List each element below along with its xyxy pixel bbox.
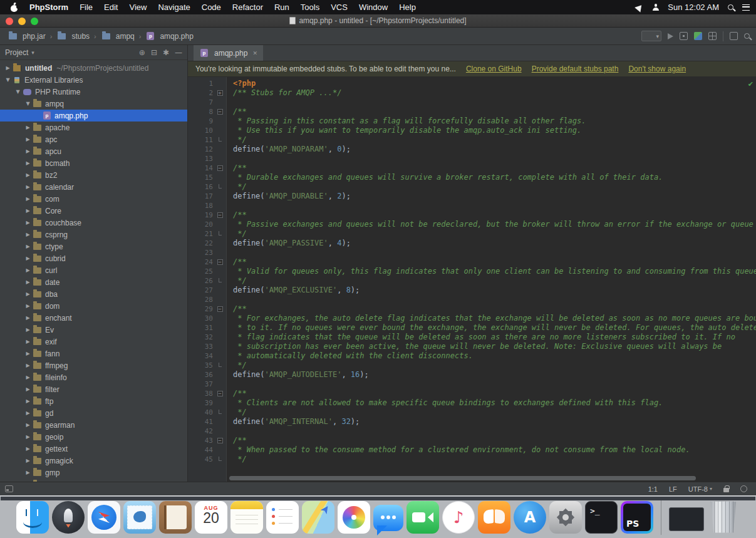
fold-end-icon[interactable] (219, 363, 222, 367)
fold-open-icon[interactable]: − (217, 259, 223, 265)
lock-icon[interactable] (723, 488, 729, 492)
fold-open-icon[interactable]: − (217, 165, 223, 171)
menu-clock[interactable]: Sun 12:02 AM (668, 3, 719, 12)
fold-marker-icon[interactable] (213, 229, 227, 239)
fold-end-icon[interactable] (219, 410, 222, 414)
collapsed-arrow-icon[interactable]: ▶ (24, 125, 32, 130)
collapsed-arrow-icon[interactable]: ▶ (24, 172, 32, 178)
update-project-icon[interactable] (694, 32, 702, 40)
collapsed-arrow-icon[interactable]: ▶ (24, 160, 32, 166)
maps-dock-icon[interactable] (302, 501, 334, 534)
tree-item-calendar[interactable]: ▶calendar (0, 181, 187, 193)
fold-open-icon[interactable]: − (217, 109, 223, 115)
provide-default-stubs-path-link[interactable]: Provide default stubs path (532, 65, 619, 73)
tree-item-gd[interactable]: ▶gd (0, 407, 187, 419)
tree-item-enchant[interactable]: ▶enchant (0, 312, 187, 324)
menu-item-phpstorm[interactable]: PhpStorm (24, 0, 74, 14)
fold-marker-icon[interactable]: − (213, 163, 227, 173)
tree-item-php-runtime[interactable]: ▼PHP Runtime (0, 86, 187, 98)
tree-item-filter[interactable]: ▶filter (0, 383, 187, 395)
fold-marker-icon[interactable] (213, 276, 227, 286)
photos-dock-icon[interactable] (338, 501, 370, 534)
calendar-dock-icon[interactable]: AUG20 (195, 501, 227, 534)
fold-marker-icon[interactable]: − (213, 304, 227, 314)
window-title-bar[interactable]: amqp.php - untitled - [~/PhpstormProject… (0, 14, 756, 28)
collapsed-arrow-icon[interactable]: ▶ (24, 148, 32, 154)
tree-item-external-libraries[interactable]: ▼External Libraries (0, 74, 187, 86)
tree-item-ctype[interactable]: ▶ctype (0, 241, 187, 252)
tree-item-gmp[interactable]: ▶gmp (0, 467, 187, 479)
line-separator[interactable]: LF (669, 485, 677, 493)
fold-open-icon[interactable]: − (217, 306, 223, 312)
expanded-arrow-icon[interactable]: ▼ (4, 77, 12, 83)
tree-item-geoip[interactable]: ▶geoip (0, 431, 187, 443)
collapsed-arrow-icon[interactable]: ▶ (24, 137, 32, 142)
fold-marker-icon[interactable]: − (213, 257, 227, 267)
tree-item-couchbase[interactable]: ▶couchbase (0, 217, 187, 229)
collapsed-arrow-icon[interactable]: ▶ (24, 208, 32, 214)
messages-dock-icon[interactable] (373, 505, 403, 531)
inspections-profile-icon[interactable] (740, 485, 747, 492)
finder-dock-icon[interactable] (16, 501, 49, 534)
collapsed-arrow-icon[interactable]: ▶ (24, 267, 32, 273)
close-tab-icon[interactable]: ✕ (252, 50, 257, 56)
run-button-icon[interactable] (668, 33, 673, 39)
tree-item-apcu[interactable]: ▶apcu (0, 145, 187, 157)
breadcrumb-item-php-jar[interactable]: php.jar (6, 31, 47, 42)
code-editor[interactable]: 1<?php2+/** Stubs for AMQP ...*/78−/**9 … (188, 77, 756, 482)
appstore-dock-icon[interactable]: A (514, 501, 546, 534)
project-panel-title[interactable]: Project (5, 48, 28, 57)
tree-item-ffmpeg[interactable]: ▶ffmpeg (0, 360, 187, 371)
menu-item-navigate[interactable]: Navigate (152, 0, 195, 14)
chevron-down-icon[interactable]: ▾ (31, 49, 34, 56)
gear-icon[interactable]: ✱ (163, 48, 169, 57)
collapsed-arrow-icon[interactable]: ▶ (24, 375, 32, 380)
fold-marker-icon[interactable]: + (213, 88, 227, 98)
fold-marker-icon[interactable]: − (213, 436, 227, 445)
tree-item-fileinfo[interactable]: ▶fileinfo (0, 371, 187, 383)
mail-dock-icon[interactable] (123, 501, 156, 534)
menu-item-run[interactable]: Run (269, 0, 295, 14)
collapsed-arrow-icon[interactable]: ▶ (24, 196, 32, 202)
collapsed-arrow-icon[interactable]: ▶ (24, 279, 32, 285)
collapsed-arrow-icon[interactable]: ▶ (24, 256, 32, 261)
menu-item-file[interactable]: File (74, 0, 98, 14)
collapsed-arrow-icon[interactable]: ▶ (24, 339, 32, 344)
inspection-ok-icon[interactable]: ✔ (748, 80, 753, 88)
don-t-show-again-link[interactable]: Don't show again (628, 65, 686, 73)
fold-marker-icon[interactable]: − (213, 389, 227, 398)
tree-item-bcmath[interactable]: ▶bcmath (0, 157, 187, 169)
collapsed-arrow-icon[interactable]: ▶ (24, 303, 32, 309)
apple-menu-icon[interactable] (10, 3, 19, 12)
tree-item-apache[interactable]: ▶apache (0, 122, 187, 133)
fold-marker-icon[interactable] (213, 361, 227, 370)
collapsed-arrow-icon[interactable]: ▶ (24, 351, 32, 356)
collapsed-arrow-icon[interactable]: ▶ (24, 422, 32, 428)
system-preferences-dock-icon[interactable] (549, 501, 582, 534)
collapsed-arrow-icon[interactable]: ▶ (24, 363, 32, 368)
phpstorm-dock-icon[interactable]: PS (621, 501, 653, 534)
breadcrumb-item-amqp-php[interactable]: amqp.php (144, 31, 194, 42)
fold-marker-icon[interactable]: − (213, 210, 227, 220)
tree-item-fann[interactable]: ▶fann (0, 348, 187, 360)
stop-icon[interactable] (730, 32, 738, 40)
horizontal-scrollbar[interactable] (229, 476, 696, 480)
menu-item-window[interactable]: Window (353, 0, 393, 14)
facetime-dock-icon[interactable] (406, 501, 439, 534)
tree-item-curl[interactable]: ▶curl (0, 264, 187, 276)
tree-item-apc[interactable]: ▶apc (0, 133, 187, 145)
collapsed-arrow-icon[interactable]: ▶ (4, 65, 12, 71)
fold-end-icon[interactable] (219, 137, 222, 142)
fold-marker-icon[interactable] (213, 408, 227, 417)
fold-end-icon[interactable] (219, 278, 222, 282)
contacts-dock-icon[interactable] (159, 501, 192, 534)
tree-item-dba[interactable]: ▶dba (0, 288, 187, 300)
collapsed-arrow-icon[interactable]: ▶ (24, 220, 32, 225)
collapsed-arrow-icon[interactable]: ▶ (24, 446, 32, 452)
tool-windows-layout-icon[interactable] (708, 32, 717, 40)
tree-item-gnupg[interactable]: ▶gnupg (0, 479, 187, 482)
ibooks-dock-icon[interactable] (478, 501, 510, 534)
expanded-arrow-icon[interactable]: ▼ (14, 89, 22, 95)
fold-end-icon[interactable] (219, 457, 222, 461)
tree-item-bz2[interactable]: ▶bz2 (0, 169, 187, 181)
